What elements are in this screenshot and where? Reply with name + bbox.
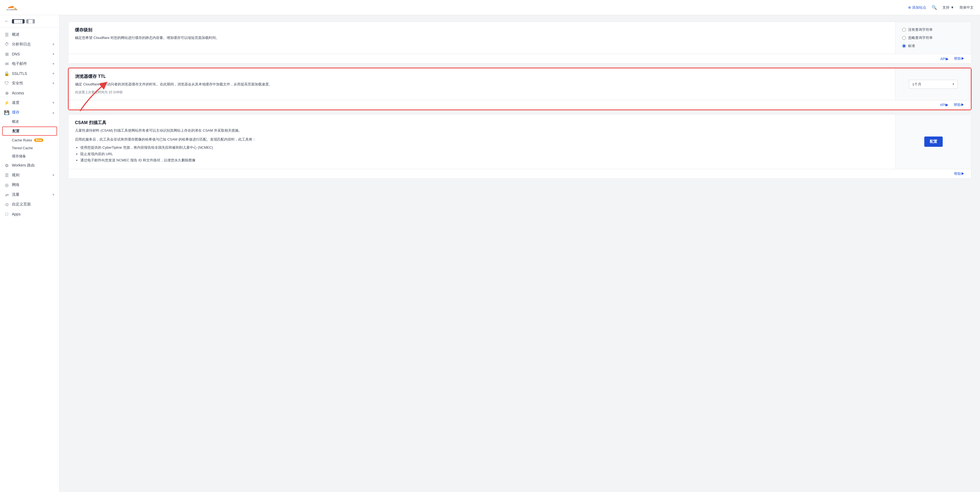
sidebar-subitem-cache-storage[interactable]: 缓存储备 xyxy=(0,152,59,160)
main-content: 缓存级别 确定您希望 Cloudflare 对您的网站进行缓存的静态内容量。增加… xyxy=(59,15,980,492)
chevron-up-icon: ▲ xyxy=(52,111,55,114)
site-pills: ████ ██ xyxy=(12,19,35,24)
sidebar-item-network-label: 网络 xyxy=(12,183,19,187)
svg-text:CLOUDFLARE: CLOUDFLARE xyxy=(6,9,17,11)
sidebar-item-custom-pages[interactable]: ⊙ 自定义页面 xyxy=(0,200,59,209)
csam-list-item-2: 阻止发现内容的 URL xyxy=(80,151,889,157)
sidebar-item-dns-label: DNS xyxy=(12,52,20,56)
sidebar-header: ← ████ ██ xyxy=(0,15,59,28)
sidebar-item-analytics[interactable]: ⏱ 分析和日志 ▼ xyxy=(0,40,59,49)
csam-title: CSAM 扫描工具 xyxy=(75,120,889,126)
cache-level-standard-radio[interactable] xyxy=(902,44,906,48)
sidebar-item-cache-label: 缓存 xyxy=(12,110,19,115)
search-icon[interactable]: 🔍 xyxy=(932,5,937,10)
language-selector[interactable]: 简体中文 xyxy=(959,5,974,10)
sidebar-nav: ☰ 概述 ⏱ 分析和日志 ▼ ⊞ DNS ▼ xyxy=(0,28,59,492)
browser-ttl-card-body: 浏览器缓存 TTL 确定 Cloudflare 指示访问者的浏览器缓存文件的时长… xyxy=(69,68,971,100)
overview-icon: ☰ xyxy=(4,32,9,37)
browser-ttl-help-link[interactable]: 帮助▶ xyxy=(954,102,964,107)
cache-level-ignore-query[interactable]: 忽略查询字符串 xyxy=(902,35,964,40)
csam-card-main: CSAM 扫描工具 儿童性虐待材料 (CSAM) 扫描工具使网站所有者可以主动识… xyxy=(68,114,896,169)
chevron-down-icon: ▼ xyxy=(52,101,55,104)
access-icon: ⊕ xyxy=(4,90,9,95)
sidebar-item-traffic[interactable]: ⇌ 流量 ▼ xyxy=(0,190,59,200)
sidebar-item-dns[interactable]: ⊞ DNS ▼ xyxy=(0,49,59,59)
chevron-down-icon: ▼ xyxy=(52,72,55,75)
cache-level-help-link[interactable]: 帮助▶ xyxy=(954,56,964,61)
workers-icon: ⚙ xyxy=(4,163,9,168)
sidebar-subitem-tiered-cache[interactable]: Tiered Cache xyxy=(0,144,59,152)
cache-level-ignore-query-radio[interactable] xyxy=(902,36,906,40)
sidebar-item-workers-label: Workers 路由 xyxy=(12,163,35,168)
cache-level-api-link[interactable]: API▶ xyxy=(940,56,949,61)
cache-level-card-main: 缓存级别 确定您希望 Cloudflare 对您的网站进行缓存的静态内容量。增加… xyxy=(68,22,896,54)
cache-level-standard[interactable]: 标准 xyxy=(902,43,964,48)
top-navigation: CLOUDFLARE ⊕ 添加站点 🔍 支持 ▼ 简体中文 xyxy=(0,0,980,15)
sidebar-item-ssl[interactable]: 🔒 SSL/TLS ▼ xyxy=(0,69,59,78)
cache-level-title: 缓存级别 xyxy=(75,27,889,33)
sidebar-item-apps[interactable]: □ Apps xyxy=(0,209,59,219)
chevron-down-icon: ▼ xyxy=(52,62,55,65)
custom-pages-icon: ⊙ xyxy=(4,202,9,207)
sidebar-item-speed[interactable]: ⚡ 速度 ▼ xyxy=(0,98,59,108)
cache-level-no-query[interactable]: 没有查询字符串 xyxy=(902,27,964,32)
csam-aside: 配置 xyxy=(896,114,971,169)
sidebar-item-workers[interactable]: ⚙ Workers 路由 xyxy=(0,160,59,170)
sidebar-item-overview-label: 概述 xyxy=(12,32,19,37)
sidebar-item-traffic-label: 流量 xyxy=(12,192,19,197)
sidebar: ← ████ ██ ☰ 概述 ⏱ 分析和日志 ▼ xyxy=(0,15,59,492)
beta-badge: Beta xyxy=(34,138,43,142)
speed-icon: ⚡ xyxy=(4,100,9,105)
network-icon: ◎ xyxy=(4,183,9,187)
browser-ttl-section: 浏览器缓存 TTL 确定 Cloudflare 指示访问者的浏览器缓存文件的时长… xyxy=(68,68,971,110)
browser-ttl-card-footer: API▶ 帮助▶ xyxy=(69,100,971,110)
chevron-down-icon: ▼ xyxy=(52,43,55,46)
support-menu[interactable]: 支持 ▼ xyxy=(942,5,954,10)
dns-icon: ⊞ xyxy=(4,52,9,57)
browser-ttl-aside: 1个月 2天 1天 4小时 2小时 1小时 30分钟 20分钟 15分钟 xyxy=(895,68,971,100)
email-icon: ✉ xyxy=(4,61,9,66)
browser-ttl-select[interactable]: 1个月 2天 1天 4小时 2小时 1小时 30分钟 20分钟 15分钟 xyxy=(909,80,958,89)
cache-level-desc: 确定您希望 Cloudflare 对您的网站进行缓存的静态内容量。增加缓存可以缩… xyxy=(75,35,889,41)
sidebar-subitem-cache-rules[interactable]: Cache Rules Beta xyxy=(0,136,59,144)
browser-ttl-card: 浏览器缓存 TTL 确定 Cloudflare 指示访问者的浏览器缓存文件的时长… xyxy=(68,68,971,110)
sidebar-item-network[interactable]: ◎ 网络 xyxy=(0,180,59,190)
cloudflare-logo-icon: CLOUDFLARE xyxy=(6,4,17,11)
cache-level-card: 缓存级别 确定您希望 Cloudflare 对您的网站进行缓存的静态内容量。增加… xyxy=(68,22,971,63)
rules-icon: ☰ xyxy=(4,173,9,178)
chevron-down-icon: ▼ xyxy=(52,173,55,177)
add-site-button[interactable]: ⊕ 添加站点 xyxy=(908,5,926,10)
csam-card: CSAM 扫描工具 儿童性虐待材料 (CSAM) 扫描工具使网站所有者可以主动识… xyxy=(68,114,971,179)
back-button[interactable]: ← xyxy=(4,18,9,24)
cache-level-card-body: 缓存级别 确定您希望 Cloudflare 对您的网站进行缓存的静态内容量。增加… xyxy=(68,22,971,54)
sidebar-item-email[interactable]: ✉ 电子邮件 ▼ xyxy=(0,59,59,69)
cache-level-aside: 没有查询字符串 忽略查询字符串 标准 xyxy=(896,22,971,54)
sidebar-item-apps-label: Apps xyxy=(12,212,21,216)
sidebar-item-custom-pages-label: 自定义页面 xyxy=(12,202,31,207)
sidebar-item-security-label: 安全性 xyxy=(12,81,23,86)
sidebar-item-cache[interactable]: 💾 缓存 ▲ xyxy=(0,108,59,117)
site-pill-1: ████ xyxy=(12,19,25,24)
chevron-down-icon: ▼ xyxy=(52,193,55,196)
sidebar-subitem-cache-config[interactable]: 配置 xyxy=(2,127,57,136)
analytics-icon: ⏱ xyxy=(4,42,9,47)
browser-ttl-api-link[interactable]: API▶ xyxy=(940,102,948,107)
cache-level-card-footer: API▶ 帮助▶ xyxy=(68,54,971,63)
cache-level-no-query-radio[interactable] xyxy=(902,28,906,32)
sidebar-item-overview[interactable]: ☰ 概述 xyxy=(0,30,59,40)
site-pill-2: ██ xyxy=(26,19,35,24)
chevron-down-icon: ▼ xyxy=(951,5,954,10)
csam-list-item-3: 通过电子邮件向您发送 NCMEC 报告 ID 和文件路径，以便您永久删除图像 xyxy=(80,157,889,163)
browser-ttl-select-wrap[interactable]: 1个月 2天 1天 4小时 2小时 1小时 30分钟 20分钟 15分钟 xyxy=(909,80,958,89)
csam-help-link[interactable]: 帮助▶ xyxy=(954,171,964,176)
csam-config-button[interactable]: 配置 xyxy=(924,136,943,147)
topnav-right: ⊕ 添加站点 🔍 支持 ▼ 简体中文 xyxy=(908,5,974,10)
sidebar-subitem-cache-overview[interactable]: 概述 xyxy=(0,117,59,126)
sidebar-item-security[interactable]: 🛡 安全性 ▼ xyxy=(0,78,59,88)
sidebar-item-access[interactable]: ⊕ Access xyxy=(0,88,59,98)
plus-icon: ⊕ xyxy=(908,5,911,10)
csam-desc1: 儿童性虐待材料 (CSAM) 扫描工具使网站所有者可以主动识别其网站上存在的潜在… xyxy=(75,128,889,133)
security-icon: 🛡 xyxy=(4,81,9,86)
csam-card-footer: 帮助▶ xyxy=(68,169,971,178)
sidebar-item-rules[interactable]: ☰ 规则 ▼ xyxy=(0,170,59,180)
